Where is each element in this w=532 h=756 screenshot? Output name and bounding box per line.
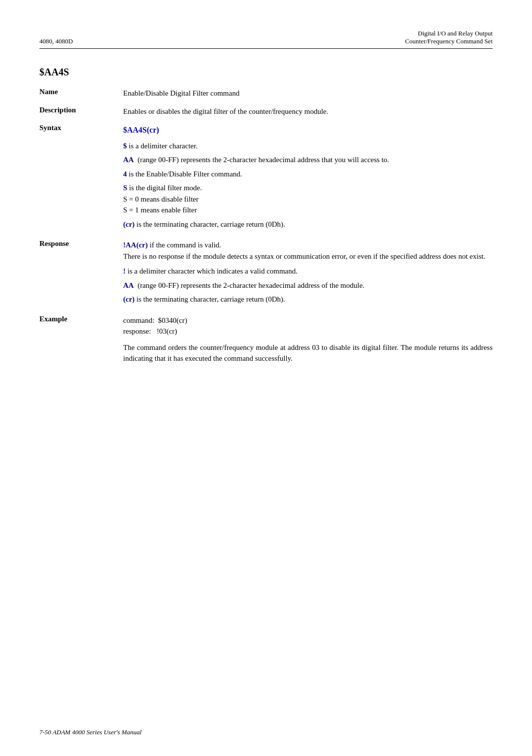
example-response-value: !03(cr) bbox=[157, 327, 177, 335]
name-label: Name bbox=[39, 88, 123, 106]
example-response-label: response: bbox=[123, 327, 157, 335]
example-label: Example bbox=[39, 315, 123, 375]
syntax-main: $AA4S(cr) bbox=[123, 124, 493, 137]
header-right-line1: Digital I/O and Relay Output bbox=[405, 30, 493, 37]
header-right: Digital I/O and Relay Output Counter/Fre… bbox=[405, 30, 493, 45]
example-command-value: $0340(cr) bbox=[158, 316, 187, 324]
response-first: !AA(cr) if the command is valid. There i… bbox=[123, 240, 493, 262]
example-value: command: $0340(cr) response: !03(cr) The… bbox=[123, 315, 493, 375]
page: 4080, 4080D Digital I/O and Relay Output… bbox=[0, 0, 532, 756]
response-aa: AA (range 00-FF) represents the 2-charac… bbox=[123, 280, 493, 291]
response-aa-char: AA bbox=[123, 281, 134, 289]
response-label: Response bbox=[39, 240, 123, 315]
response-cr: (cr) is the terminating character, carri… bbox=[123, 294, 493, 305]
description-label: Description bbox=[39, 106, 123, 124]
syntax-aa-char: AA bbox=[123, 156, 134, 164]
syntax-dollar: $ is a delimiter character. bbox=[123, 140, 493, 152]
response-excl: ! is a delimiter character which indicat… bbox=[123, 266, 493, 277]
example-description: The command orders the counter/frequency… bbox=[123, 342, 493, 364]
name-row: Name Enable/Disable Digital Filter comma… bbox=[39, 88, 493, 106]
response-aa-cr: !AA(cr) bbox=[123, 241, 148, 249]
page-footer: 7-50 ADAM 4000 Series User's Manual bbox=[39, 728, 141, 736]
header-right-line2: Counter/Frequency Command Set bbox=[405, 37, 493, 45]
syntax-label: Syntax bbox=[39, 124, 123, 240]
syntax-s: S is the digital filter mode. S = 0 mean… bbox=[123, 182, 493, 216]
page-header: 4080, 4080D Digital I/O and Relay Output… bbox=[39, 30, 493, 49]
example-commands: command: $0340(cr) response: !03(cr) bbox=[123, 315, 493, 337]
syntax-value: $AA4S(cr) $ is a delimiter character. AA… bbox=[123, 124, 493, 240]
response-row: Response !AA(cr) if the command is valid… bbox=[39, 240, 493, 315]
content-table: Name Enable/Disable Digital Filter comma… bbox=[39, 88, 493, 375]
example-row: Example command: $0340(cr) response: !03… bbox=[39, 315, 493, 375]
name-value: Enable/Disable Digital Filter command bbox=[123, 88, 493, 106]
syntax-aa: AA (range 00-FF) represents the 2-charac… bbox=[123, 154, 493, 166]
syntax-s-char: S bbox=[123, 184, 127, 192]
description-value: Enables or disables the digital filter o… bbox=[123, 106, 493, 124]
header-left: 4080, 4080D bbox=[39, 37, 73, 45]
syntax-dollar-char: $ bbox=[123, 142, 127, 150]
description-row: Description Enables or disables the digi… bbox=[39, 106, 493, 124]
syntax-4: 4 is the Enable/Disable Filter command. bbox=[123, 169, 493, 180]
syntax-row: Syntax $AA4S(cr) $ is a delimiter charac… bbox=[39, 124, 493, 240]
syntax-cr: (cr) is the terminating character, carri… bbox=[123, 219, 493, 230]
command-title: $AA4S bbox=[39, 67, 493, 78]
example-command-label: command: bbox=[123, 316, 158, 324]
syntax-4-char: 4 bbox=[123, 170, 127, 178]
response-excl-char: ! bbox=[123, 267, 126, 275]
response-value: !AA(cr) if the command is valid. There i… bbox=[123, 240, 493, 315]
syntax-s0: S = 0 means disable filter bbox=[123, 195, 199, 203]
syntax-s1: S = 1 means enable filter bbox=[123, 206, 197, 214]
response-cr-char: (cr) bbox=[123, 295, 134, 303]
syntax-cr-char: (cr) bbox=[123, 220, 134, 228]
